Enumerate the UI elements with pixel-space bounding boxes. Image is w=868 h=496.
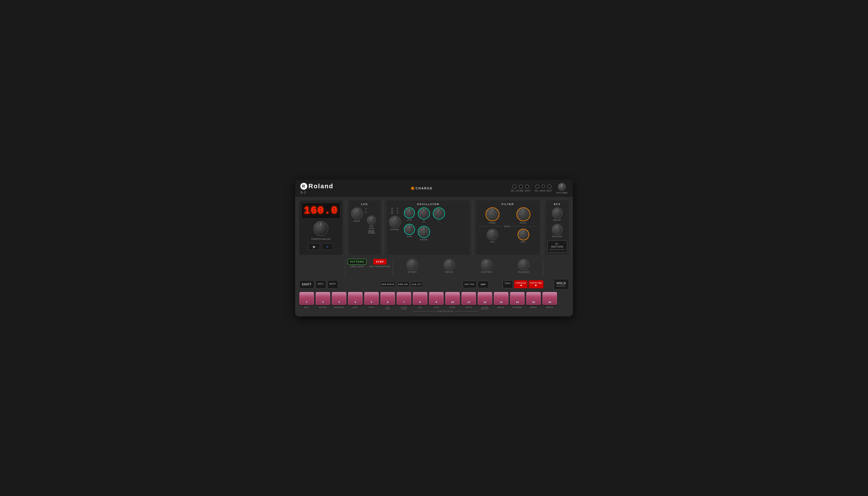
osc-wave2-container: ⟋ (433, 207, 445, 223)
label-last: LAST (348, 306, 363, 310)
osc-sub-label: SUB (407, 235, 412, 237)
charge-label: CHARGE (415, 187, 433, 190)
range-4: 4' (396, 210, 399, 212)
efx-title: EFX (548, 203, 566, 206)
lfo-rate-label: RATE (354, 220, 360, 222)
main-panel: 160.0 TEMPO/VALUE ▶ ● (295, 197, 573, 316)
dot-button[interactable]: ● (322, 243, 333, 250)
key-transpose-label: KEY TRANSPOSE (369, 265, 390, 267)
osc-wave2-knob[interactable] (433, 207, 445, 219)
step-btn-7[interactable]: 7 (396, 292, 411, 305)
step-loop-area: PATTERN STEP LOOP (348, 259, 367, 267)
porta-on-button[interactable]: PORTA ON ◀ (514, 280, 528, 288)
range-knob[interactable] (389, 216, 401, 228)
in-sync-out-jacks (513, 185, 529, 189)
roland-logo: R Roland (300, 183, 334, 190)
release-knob[interactable] (518, 259, 530, 270)
env-trg-button[interactable]: ENV TRG (463, 281, 476, 288)
in-mix-out-label: IN—MIX-OUT (535, 189, 552, 192)
mix-in-jack (535, 185, 539, 189)
amp-button[interactable]: AMP (478, 281, 489, 288)
pattern-button[interactable]: PATTERN (348, 259, 367, 265)
lfo-title: LFO (351, 203, 378, 206)
oscillator-section: OSCILLATOR 16' 8' 32' 4' 64' 2' RA (386, 200, 470, 255)
step-btn-15[interactable]: 15 (526, 292, 541, 305)
volume-knob[interactable] (558, 183, 566, 191)
arpeggio-text: ARPEGGIO (438, 310, 453, 312)
divider-6 (393, 259, 393, 276)
label-shuffle: SHUFFLE (332, 306, 347, 310)
shift-button[interactable]: SHIFT (299, 280, 314, 289)
osc-lfo-knob[interactable] (404, 207, 415, 218)
osc-sub-knob[interactable] (404, 224, 415, 235)
osc-lfo-label: LFO (407, 219, 412, 221)
dmotion-button[interactable]: D-MOTION DESTINATION (547, 241, 567, 252)
noise-label: NOISE (369, 228, 375, 229)
step-btn-9[interactable]: 9 (429, 292, 444, 305)
in-mix-out-group: IN—MIX-OUT (535, 185, 552, 192)
attack-knob[interactable] (407, 259, 418, 270)
step-btn-2[interactable]: 2 (315, 292, 331, 305)
env-section-label: ENV (505, 225, 511, 228)
label-rate: RATE (445, 306, 460, 310)
step-btn-6[interactable]: 6 (380, 292, 395, 305)
step-btn-5[interactable]: 5 (364, 292, 379, 305)
efx-reverb-knob[interactable] (552, 224, 563, 235)
step-btn-16[interactable]: 16 (542, 292, 557, 305)
key-transpose-button[interactable]: STEP (373, 259, 386, 265)
step-btn-1[interactable]: 1 (299, 292, 314, 305)
osc-title: OSCILLATOR (389, 203, 468, 206)
oct-minus-button[interactable]: OCT- (316, 280, 326, 289)
brand-area: R Roland S-1 (300, 183, 334, 194)
porta-time-button[interactable]: PORTA TIME ▶ (529, 280, 544, 288)
label-on: ON (413, 306, 428, 310)
pwm-src-button[interactable]: PWM SRC (397, 282, 410, 287)
top-right: IN—SYNC-OUT IN—MIX-OUT VOLUME (511, 183, 568, 194)
label-osc-chop: OSCCHOP (380, 306, 395, 310)
env-amp-buttons: ENV TRG AMP (463, 281, 489, 288)
left-buttons: SHIFT OCT- OCT+ (299, 280, 342, 289)
osc-noise-knob[interactable] (418, 226, 430, 238)
volume-area: VOLUME (556, 183, 568, 194)
pwm-depth-button[interactable]: PWM DEPTH (380, 282, 396, 287)
attack-container: ATTACK (407, 259, 418, 273)
step-btn-4[interactable]: 4 (348, 292, 363, 305)
lfo-rate-knob[interactable] (351, 207, 363, 219)
filter-reso-label: RESO (520, 222, 527, 224)
mix-out-jack (547, 185, 551, 189)
step-loop-label: STEP LOOP (350, 265, 364, 267)
label-exit: EXIT (299, 306, 314, 310)
sustain-knob[interactable] (481, 259, 492, 270)
volume-label: VOLUME (556, 191, 568, 194)
roland-r-symbol: R (300, 183, 307, 190)
label-draw: DRAW (364, 306, 379, 310)
hold-button[interactable]: HOLD MANUAL (554, 279, 569, 290)
filter-freq-knob[interactable] (486, 207, 499, 221)
step-btn-14[interactable]: 14 (510, 292, 525, 305)
play-button[interactable]: ▶ (308, 243, 320, 250)
osc-wave1-container: ⊓ (418, 207, 430, 223)
oct-plus-button[interactable]: OCT+ (328, 280, 338, 289)
lfo-waveform-knob[interactable] (367, 215, 376, 225)
decay-knob[interactable] (444, 259, 455, 270)
step-btn-11[interactable]: 11 (461, 292, 476, 305)
step-btn-8[interactable]: 8 (413, 292, 428, 305)
filter-section: FILTER FREQ RESO ENV (476, 200, 539, 255)
tempo-knob[interactable] (313, 221, 329, 236)
filter-env-knob[interactable] (518, 229, 529, 241)
step-btn-13[interactable]: 13 (493, 292, 509, 305)
osc-wave1-knob[interactable] (418, 207, 430, 219)
osc-lfo-container: LFO (404, 207, 415, 221)
efx-section: EFX DELAY REVERB D-MOTION DESTINATION (546, 200, 569, 255)
filter-reso-knob[interactable] (516, 207, 530, 221)
top-center: CHARGE (411, 187, 433, 190)
poly-button[interactable]: POLY (503, 280, 513, 288)
destination-label: DESTINATION (550, 249, 565, 250)
filter-lfo-label: LFO (490, 241, 495, 243)
efx-delay-knob[interactable] (552, 207, 563, 218)
step-btn-10[interactable]: 10 (445, 292, 460, 305)
filter-lfo-knob[interactable] (487, 229, 498, 241)
step-btn-12[interactable]: 12 (477, 292, 492, 305)
sub-oct-button[interactable]: SUB OCT (411, 282, 423, 287)
step-btn-3[interactable]: 3 (332, 292, 347, 305)
